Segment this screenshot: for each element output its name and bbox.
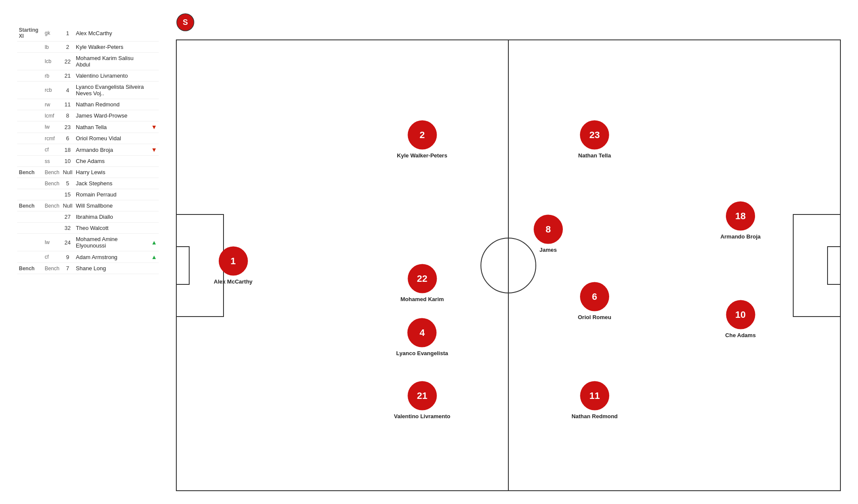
- row-player-name: Che Adams: [74, 156, 149, 167]
- club-crest-icon: S: [176, 13, 195, 32]
- row-number: 11: [61, 99, 74, 110]
- row-player-name: Will Smallbone: [74, 200, 149, 211]
- player-token-lw: 23Nathan Tella: [578, 120, 611, 158]
- pitch-container: 1Alex McCarthy2Kyle Walker-Peters22Moham…: [176, 39, 841, 491]
- row-section: [17, 110, 43, 121]
- row-position: cf: [43, 144, 61, 156]
- table-row: cf18Armando Broja▼: [17, 144, 159, 156]
- row-number: 8: [61, 110, 74, 121]
- row-position: rw: [43, 99, 61, 110]
- table-row: rcb4Lyanco Evangelista Silveira Neves Vo…: [17, 81, 159, 99]
- row-position: lb: [43, 42, 61, 53]
- table-row: Bench5Jack Stephens: [17, 178, 159, 189]
- row-player-name: Alex McCarthy: [74, 25, 149, 42]
- row-number: 5: [61, 178, 74, 189]
- table-row: rb21Valentino Livramento: [17, 70, 159, 81]
- row-arrow: [149, 200, 159, 211]
- row-section: [17, 156, 43, 167]
- player-name-label: Nathan Tella: [578, 152, 611, 158]
- row-position: ss: [43, 156, 61, 167]
- arrow-up-icon: ▲: [151, 239, 157, 246]
- player-circle: 22: [408, 264, 437, 293]
- row-section: Bench: [17, 200, 43, 211]
- row-player-name: Ibrahima Diallo: [74, 211, 149, 223]
- row-section: Bench: [17, 263, 43, 274]
- row-player-name: Nathan Redmond: [74, 99, 149, 110]
- table-row: rcmf6Oriol Romeu Vidal: [17, 133, 159, 144]
- row-arrow: [149, 110, 159, 121]
- row-section: [17, 53, 43, 70]
- row-position: rcmf: [43, 133, 61, 144]
- player-name-label: Alex McCarthy: [214, 278, 252, 284]
- row-player-name: Kyle Walker-Peters: [74, 42, 149, 53]
- player-name-label: Armando Broja: [720, 233, 761, 239]
- row-player-name: Nathan Tella: [74, 121, 149, 133]
- row-position: lw: [43, 121, 61, 133]
- row-number: 10: [61, 156, 74, 167]
- player-name-label: Lyanco Evangelista: [396, 350, 448, 356]
- row-player-name: Mohamed Karim Salisu Abdul: [74, 53, 149, 70]
- row-number: 21: [61, 70, 74, 81]
- row-section: [17, 234, 43, 251]
- lineup-panel: Starting XIgk1Alex McCarthylb2Kyle Walke…: [0, 0, 167, 504]
- row-number: 15: [61, 189, 74, 200]
- left-goal: [177, 246, 190, 285]
- player-token-ss: 10Che Adams: [725, 300, 756, 338]
- row-arrow: ▼: [149, 144, 159, 156]
- player-name-label: Kyle Walker-Peters: [397, 152, 447, 158]
- table-row: lw23Nathan Tella▼: [17, 121, 159, 133]
- player-token-rcmf: 6Oriol Romeu: [578, 282, 611, 320]
- row-number: 32: [61, 223, 74, 234]
- row-position: Bench: [43, 167, 61, 178]
- player-name-label: Mohamed Karim: [400, 296, 444, 302]
- row-position: Bench: [43, 200, 61, 211]
- table-row: BenchBenchNullHarry Lewis: [17, 167, 159, 178]
- row-number: 24: [61, 234, 74, 251]
- player-token-rw: 11Nathan Redmond: [571, 381, 618, 419]
- row-position: lcmf: [43, 110, 61, 121]
- player-circle: 2: [408, 120, 437, 149]
- table-row: lb2Kyle Walker-Peters: [17, 42, 159, 53]
- row-player-name: Mohamed Amine Elyounoussi: [74, 234, 149, 251]
- row-arrow: [149, 133, 159, 144]
- arrow-down-icon: ▼: [151, 146, 157, 153]
- row-number: 4: [61, 81, 74, 99]
- row-section: [17, 70, 43, 81]
- row-section: [17, 223, 43, 234]
- player-circle: 10: [726, 300, 755, 329]
- row-position: [43, 189, 61, 200]
- row-number: 7: [61, 263, 74, 274]
- row-position: Bench: [43, 178, 61, 189]
- row-section: [17, 81, 43, 99]
- player-circle: 6: [580, 282, 609, 311]
- row-player-name: Armando Broja: [74, 144, 149, 156]
- row-arrow: ▲: [149, 234, 159, 251]
- row-position: [43, 223, 61, 234]
- row-arrow: [149, 53, 159, 70]
- row-arrow: [149, 156, 159, 167]
- player-token-gk: 1Alex McCarthy: [214, 246, 252, 284]
- row-arrow: [149, 25, 159, 42]
- player-token-lcb: 22Mohamed Karim: [400, 264, 444, 302]
- player-name-label: Valentino Livramento: [394, 413, 450, 419]
- row-arrow: [149, 99, 159, 110]
- row-arrow: [149, 167, 159, 178]
- row-number: 6: [61, 133, 74, 144]
- row-section: [17, 251, 43, 263]
- player-circle: 8: [534, 215, 563, 244]
- row-arrow: [149, 263, 159, 274]
- row-arrow: [149, 70, 159, 81]
- row-arrow: [149, 42, 159, 53]
- row-player-name: James Ward-Prowse: [74, 110, 149, 121]
- row-position: lcb: [43, 53, 61, 70]
- player-token-cf: 18Armando Broja: [720, 201, 761, 239]
- player-token-lcmf: 8James: [534, 215, 563, 253]
- row-position: lw: [43, 234, 61, 251]
- row-number: 2: [61, 42, 74, 53]
- row-section: [17, 42, 43, 53]
- player-circle: 18: [726, 201, 755, 230]
- row-section: [17, 99, 43, 110]
- table-row: rw11Nathan Redmond: [17, 99, 159, 110]
- row-number: 27: [61, 211, 74, 223]
- player-circle: 1: [218, 246, 248, 275]
